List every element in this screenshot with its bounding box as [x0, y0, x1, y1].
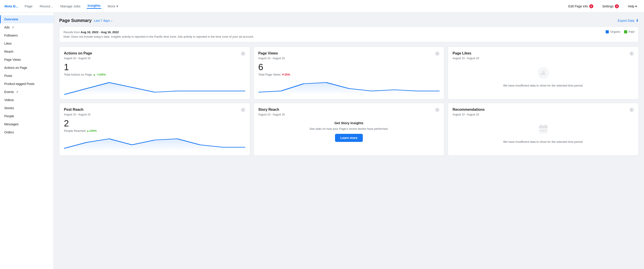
info-note-line: Note: Does not include today's data. Ins… [64, 34, 254, 39]
help-label: Help ▾ [628, 4, 637, 8]
date-range-selector[interactable]: Last 7 days ⬦ [94, 19, 113, 22]
info-icon-actions[interactable]: i [241, 51, 245, 56]
card-title-reach: Post Reach [64, 108, 84, 112]
card-title-story: Story Reach [258, 108, 279, 112]
learn-more-button[interactable]: Learn more [335, 134, 363, 142]
sidebar-item-posts[interactable]: Posts [0, 72, 54, 80]
calendar-icon [538, 123, 549, 137]
sidebar-label-people: People [4, 114, 14, 118]
sidebar-item-reach[interactable]: Reach [0, 48, 54, 56]
card-recommendations: Recommendations i August 10 - August 16 [448, 103, 638, 156]
paid-dot [624, 30, 627, 34]
help-button[interactable]: Help ▾ [625, 3, 640, 10]
nav-item-insights[interactable]: Insights [87, 4, 102, 9]
settings-button[interactable]: Settings 2 [600, 3, 622, 10]
chart-svg-actions [64, 79, 245, 94]
card-header-views: Page Views i [258, 51, 440, 56]
edit-page-info-label: Edit Page info [568, 4, 588, 8]
top-nav: Meta B... Page Resour... Manage Jobs Ins… [0, 0, 644, 12]
info-date-line: Results from Aug 10, 2022 - Aug 16, 2022 [64, 30, 254, 34]
page-summary-title: Page Summary [59, 18, 92, 23]
svg-rect-6 [541, 124, 542, 127]
chart-svg-reach [64, 135, 245, 151]
info-icon-rec[interactable]: i [630, 108, 634, 112]
info-icon-reach[interactable]: i [241, 108, 245, 112]
trend-value-actions: +100% [97, 73, 106, 76]
nav-item-manage-jobs[interactable]: Manage Jobs [60, 4, 82, 8]
nav-left: Meta B... Page Resour... Manage Jobs Ins… [4, 4, 566, 9]
info-icon-views[interactable]: i [435, 51, 440, 56]
main-layout: Overview Ads ↗ Followers Likes Reach Pag… [0, 12, 644, 269]
export-data-button[interactable]: Export Data ⬇ [618, 18, 638, 23]
sidebar-label-overview: Overview [4, 18, 18, 21]
nav-item-resources[interactable]: Resour... [39, 4, 54, 8]
sidebar-label-orders: Orders [4, 130, 14, 134]
sidebar-item-messages[interactable]: Messages [0, 120, 54, 128]
insufficient-likes: We have insufficient data to show for th… [452, 62, 634, 92]
card-title-views: Page Views [258, 51, 278, 55]
organic-dot [606, 30, 609, 34]
story-cta-title: Get Story Insights [334, 121, 363, 125]
svg-marker-3 [64, 139, 245, 151]
card-date-rec: August 10 - August 16 [452, 113, 634, 116]
sidebar-item-followers[interactable]: Followers [0, 32, 54, 40]
summary-header: Page Summary Last 7 days ⬦ Export Data ⬇ [59, 18, 638, 23]
insufficient-text-rec: We have insufficient data to show for th… [503, 140, 583, 144]
sidebar-item-overview[interactable]: Overview [0, 15, 54, 23]
external-link-icon-events: ↗ [16, 90, 18, 94]
sidebar-label-reach: Reach [4, 50, 13, 53]
card-date-reach: August 10 - August 16 [64, 113, 245, 116]
nav-brand[interactable]: Meta B... [4, 4, 18, 8]
legend-paid: Paid [624, 30, 634, 34]
info-text-block: Results from Aug 10, 2022 - Aug 16, 2022… [64, 30, 254, 39]
sidebar-label-product-tagged-posts: Product-tagged Posts [4, 82, 34, 86]
card-sub-reach: People Reached ▲100% [64, 129, 245, 132]
card-header-likes: Page Likes i [452, 51, 634, 56]
chart-svg-views [258, 79, 440, 94]
svg-rect-7 [545, 124, 546, 127]
sidebar-item-actions-on-page[interactable]: Actions on Page [0, 64, 54, 72]
chart-reach [64, 135, 245, 151]
organic-label: Organic [610, 30, 620, 34]
nav-item-page[interactable]: Page [24, 4, 34, 8]
nav-item-more[interactable]: More ▾ [107, 4, 119, 8]
sidebar-item-product-tagged-posts[interactable]: Product-tagged Posts [0, 80, 54, 88]
chart-views [258, 79, 440, 94]
card-sub-actions: Total Actions on Page ▲+100% [64, 73, 245, 76]
card-date-likes: August 10 - August 16 [452, 57, 634, 60]
main-content: Page Summary Last 7 days ⬦ Export Data ⬇… [54, 12, 644, 269]
sidebar-item-likes[interactable]: Likes [0, 40, 54, 48]
sub-label-reach: People Reached [64, 129, 86, 132]
story-cta-block: Get Story Insights See stats on how your… [258, 119, 440, 144]
download-icon: ⬇ [636, 18, 638, 23]
calendar-svg [538, 123, 549, 135]
cards-grid: Actions on Page i August 10 - August 16 … [59, 47, 638, 156]
info-icon-story[interactable]: i [435, 108, 440, 112]
edit-badge: 2 [589, 4, 593, 8]
info-date-range: Aug 10, 2022 - Aug 16, 2022 [81, 30, 119, 34]
sidebar-item-orders[interactable]: Orders [0, 128, 54, 136]
story-cta-text: See stats on how your Page's recent stor… [310, 127, 388, 131]
summary-title-group: Page Summary Last 7 days ⬦ [59, 18, 112, 23]
card-value-reach: 2 [64, 119, 245, 128]
card-page-likes: Page Likes i August 10 - August 16 We ha… [448, 47, 638, 99]
svg-rect-5 [539, 126, 548, 128]
info-icon-likes[interactable]: i [630, 51, 634, 56]
chart-actions [64, 79, 245, 94]
sub-label-actions: Total Actions on Page [64, 73, 92, 76]
sidebar-item-people[interactable]: People [0, 112, 54, 120]
thumbs-svg [538, 67, 549, 79]
sidebar-item-ads[interactable]: Ads ↗ [0, 23, 54, 32]
settings-badge: 2 [615, 4, 619, 8]
edit-page-info-button[interactable]: Edit Page info 2 [566, 3, 596, 10]
card-value-views: 6 [258, 62, 440, 72]
sub-label-views: Total Page Views [258, 73, 281, 76]
insufficient-text-likes: We have insufficient data to show for th… [503, 84, 583, 88]
info-bar: Results from Aug 10, 2022 - Aug 16, 2022… [59, 27, 638, 42]
sidebar-item-events[interactable]: Events ↗ [0, 88, 54, 96]
card-title-actions: Actions on Page [64, 51, 92, 55]
sidebar-item-page-views[interactable]: Page Views [0, 56, 54, 64]
sidebar-item-stories[interactable]: Stories [0, 104, 54, 112]
sidebar-item-videos[interactable]: Videos [0, 96, 54, 104]
card-date-actions: August 10 - August 16 [64, 57, 245, 60]
